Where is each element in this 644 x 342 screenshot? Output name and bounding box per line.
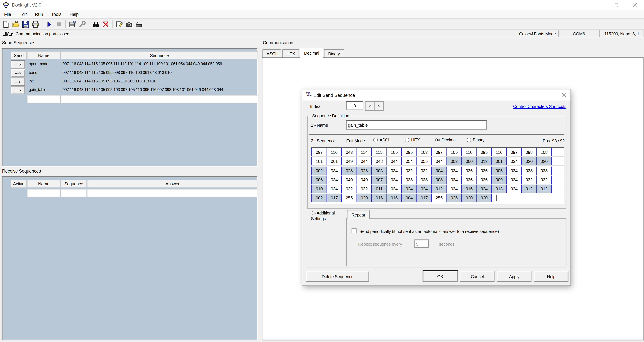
index-next-button[interactable]: > — [374, 101, 384, 111]
sequence-byte[interactable]: 034 — [507, 175, 522, 184]
sequence-byte[interactable]: 048 — [372, 157, 387, 166]
new-file-icon[interactable] — [1, 20, 11, 29]
sequence-byte[interactable]: 032 — [342, 184, 357, 193]
sequence-byte[interactable]: 044 — [387, 157, 402, 166]
send-row-name[interactable]: oper_mode — [29, 61, 60, 66]
sequence-byte[interactable]: 028 — [357, 167, 372, 174]
sequence-byte[interactable]: 008 — [432, 175, 447, 184]
sequence-byte[interactable]: 036 — [477, 167, 492, 174]
start-communication-icon[interactable] — [44, 20, 54, 29]
sequence-byte[interactable]: 032 — [522, 175, 537, 184]
empty-sequence-cell[interactable] — [61, 95, 258, 103]
sequence-byte[interactable]: 105 — [447, 148, 462, 156]
sequence-byte[interactable]: 036 — [477, 175, 492, 184]
index-prev-button[interactable]: < — [365, 101, 374, 111]
sequence-byte[interactable]: 116 — [492, 148, 507, 156]
help-button[interactable]: Help — [534, 271, 568, 282]
sequence-byte[interactable]: 034 — [327, 184, 342, 193]
sequence-byte[interactable]: 055 — [417, 157, 432, 166]
options-wrench-icon[interactable] — [77, 20, 87, 29]
sequence-byte[interactable]: 010 — [311, 184, 327, 193]
recv-empty-sequence-cell[interactable] — [61, 189, 86, 197]
sequence-byte[interactable]: 017 — [417, 194, 432, 202]
sequence-byte[interactable]: 016 — [462, 184, 477, 193]
send-row-button[interactable]: ---> — [11, 78, 25, 86]
stop-communication-icon[interactable] — [54, 20, 64, 29]
sequence-byte[interactable]: 038 — [537, 167, 552, 174]
sequence-byte[interactable]: 003 — [372, 167, 387, 174]
edit-mode-hex[interactable]: HEX — [405, 137, 420, 142]
menu-file[interactable]: File — [0, 10, 15, 18]
sequence-byte[interactable]: 036 — [462, 167, 477, 174]
delete-sequence-icon[interactable] — [101, 20, 110, 29]
sequence-byte[interactable]: 024 — [477, 184, 492, 193]
sequence-byte[interactable]: 026 — [447, 194, 462, 202]
snapshot-icon[interactable] — [124, 20, 134, 29]
dialog-close-icon[interactable] — [556, 89, 570, 101]
tab-decimal[interactable]: Decimal — [300, 48, 323, 58]
sequence-byte[interactable]: 034 — [447, 175, 462, 184]
sequence-byte[interactable]: 034 — [387, 184, 402, 193]
sequence-byte[interactable]: 032 — [537, 175, 552, 184]
sequence-byte[interactable]: 012 — [522, 184, 537, 193]
sequence-byte[interactable]: 044 — [357, 157, 372, 166]
send-row-sequence[interactable]: 097 116 043 114 115 105 095 105 110 105 … — [62, 79, 258, 83]
sequence-byte[interactable]: 002 — [311, 194, 327, 202]
sequence-byte[interactable]: 095 — [402, 148, 417, 156]
close-button[interactable] — [625, 0, 644, 10]
send-periodically-checkbox[interactable] — [352, 228, 356, 233]
sequence-byte[interactable]: 013 — [492, 184, 507, 193]
edit-notes-icon[interactable] — [114, 20, 124, 29]
menu-tools[interactable]: Tools — [47, 10, 66, 18]
sequence-byte[interactable]: 020 — [357, 194, 372, 202]
menu-help[interactable]: Help — [66, 10, 82, 18]
maximize-button[interactable] — [606, 0, 625, 10]
repeat-seconds-input[interactable] — [414, 239, 429, 248]
index-value[interactable]: 3 — [346, 101, 363, 110]
menu-run[interactable]: Run — [31, 10, 47, 18]
sequence-byte[interactable]: 105 — [387, 148, 402, 156]
edit-mode-decimal[interactable]: Decimal — [436, 137, 456, 142]
ok-button[interactable]: OK — [423, 271, 458, 282]
sequence-byte[interactable]: 004 — [402, 194, 417, 202]
sequence-byte[interactable]: 110 — [462, 148, 477, 156]
sequence-byte[interactable]: 044 — [432, 157, 447, 166]
sequence-byte[interactable]: 016 — [372, 194, 387, 202]
sequence-byte[interactable]: 020 — [522, 157, 537, 166]
sequence-byte[interactable]: 049 — [342, 157, 357, 166]
sequence-byte[interactable]: 054 — [402, 157, 417, 166]
sequence-name-input[interactable] — [346, 120, 486, 130]
send-row-sequence[interactable]: 097 116 043 114 115 105 095 098 097 110 … — [62, 70, 258, 75]
sequence-byte[interactable]: 032 — [417, 167, 432, 174]
sequence-byte[interactable]: 009 — [492, 175, 507, 184]
status-port[interactable]: COM6 — [558, 30, 600, 37]
menu-edit[interactable]: Edit — [15, 10, 31, 18]
project-settings-icon[interactable] — [67, 20, 77, 29]
sequence-byte[interactable]: 116 — [327, 148, 342, 156]
open-file-icon[interactable] — [11, 20, 21, 29]
sequence-byte[interactable]: 034 — [507, 167, 522, 174]
sequence-byte[interactable]: 034 — [387, 175, 402, 184]
status-mode[interactable]: Colors&Fonts Mode — [517, 30, 558, 37]
sequence-byte[interactable]: 115 — [372, 148, 387, 156]
sequence-byte[interactable]: 255 — [342, 194, 357, 202]
sequence-byte[interactable]: 024 — [402, 184, 417, 193]
sequence-byte[interactable]: 103 — [417, 148, 432, 156]
sequence-byte[interactable]: 098 — [522, 148, 537, 156]
minimize-button[interactable] — [587, 0, 606, 10]
tab-ascii[interactable]: ASCII — [262, 49, 282, 58]
sequence-byte[interactable]: 002 — [311, 167, 327, 174]
send-row-button[interactable]: ---> — [11, 69, 25, 77]
sequence-byte[interactable]: 011 — [372, 184, 387, 193]
sequence-byte[interactable]: 005 — [492, 167, 507, 174]
send-row-name[interactable]: band — [29, 70, 60, 75]
recv-empty-answer-cell[interactable] — [87, 189, 258, 197]
send-row-button[interactable]: ---> — [11, 60, 25, 69]
sequence-byte[interactable]: 012 — [432, 184, 447, 193]
sequence-byte[interactable]: 020 — [462, 194, 477, 202]
sequence-byte[interactable]: 006 — [311, 175, 327, 184]
status-settings[interactable]: 115200, None, 8, 1 — [600, 30, 644, 37]
cancel-button[interactable]: Cancel — [460, 271, 494, 282]
tab-repeat[interactable]: Repeat — [347, 210, 370, 219]
sequence-byte[interactable]: 097 — [507, 148, 522, 156]
